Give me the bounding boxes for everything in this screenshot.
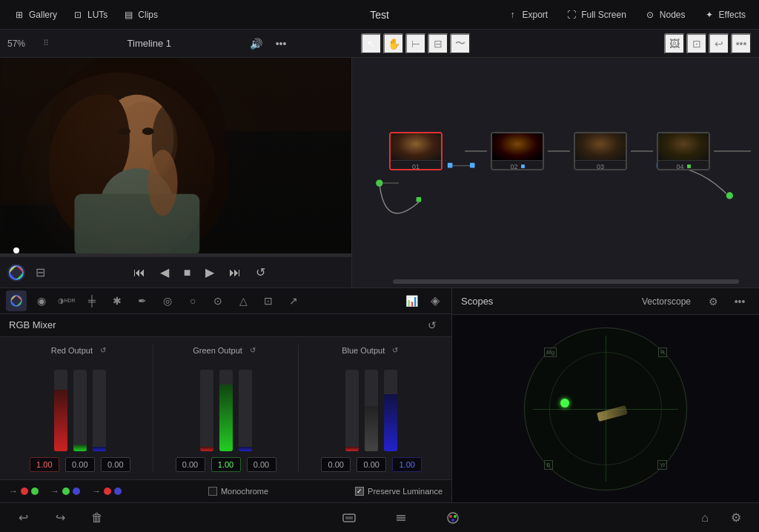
select-tool-button[interactable]: ↖ — [361, 33, 382, 54]
red-r-slider[interactable] — [54, 370, 67, 451]
blue-b-value[interactable]: 1.00 — [392, 457, 422, 472]
red-b-slider[interactable] — [93, 370, 106, 451]
vectorscope-corner-tl: Mg — [544, 348, 557, 357]
node-2[interactable]: 02 — [491, 132, 544, 170]
circles-tool-button[interactable]: ◉ — [31, 290, 52, 311]
settings-button[interactable]: ⚙ — [725, 507, 747, 529]
export-button[interactable]: ↑ Export — [500, 6, 554, 24]
circle-tool-button[interactable]: ○ — [182, 290, 203, 311]
eyedropper-tool-button[interactable]: ✒ — [132, 290, 153, 311]
green-reset-button[interactable]: ↺ — [247, 345, 259, 356]
color-dots-rb: → — [92, 486, 122, 496]
effects-button[interactable]: ✦ Effects — [697, 6, 752, 24]
play-button[interactable]: ▶ — [201, 262, 219, 282]
blue-g-slider[interactable] — [365, 370, 378, 451]
green-b-slider[interactable] — [239, 370, 252, 451]
triangle-tool-button[interactable]: △ — [233, 290, 253, 311]
nodes-button[interactable]: ⊙ Nodes — [638, 6, 692, 24]
green-r-slider[interactable] — [200, 370, 213, 451]
green-g-value[interactable]: 1.00 — [211, 457, 241, 472]
preserve-luminance-checkbox[interactable]: ✓ Preserve Luminance — [355, 487, 443, 496]
node-1-label: 01 — [391, 160, 441, 170]
hand-tool-button[interactable]: ✋ — [383, 33, 404, 54]
skip-to-start-button[interactable]: ⏮ — [129, 263, 150, 282]
photo-button[interactable]: 🖼 — [664, 33, 685, 54]
color-dots-gr: → — [50, 486, 80, 496]
green-output-title: Green Output ↺ — [193, 345, 259, 356]
scope-fill-button[interactable]: ◈ — [425, 290, 445, 311]
color-wheel-button[interactable] — [7, 264, 25, 282]
layers-button[interactable]: ⊟ — [30, 262, 50, 283]
tool-group-select: ↖ ✋ ⊢ ⊟ 〜 — [361, 33, 471, 54]
scopes-panel: Scopes Vectorscope ⚙ ••• Mg R B Yl — [452, 288, 759, 502]
blue-b-slider[interactable] — [384, 370, 397, 451]
undo-button[interactable]: ↩ — [12, 507, 34, 529]
star-tool-button[interactable]: ✱ — [107, 290, 127, 311]
gallery-button[interactable]: ⊞ Gallery — [7, 6, 63, 24]
green-r-value[interactable]: 0.00 — [176, 457, 205, 472]
node-3-wrapper: 03 — [574, 132, 627, 170]
redo-button[interactable]: ↪ — [49, 507, 71, 529]
edit-button[interactable] — [390, 507, 412, 529]
svg-point-40 — [454, 515, 457, 518]
node-4[interactable]: 04 — [657, 132, 710, 170]
compare-button[interactable]: ⊡ — [686, 33, 707, 54]
nodes-scrollbar[interactable] — [393, 279, 739, 284]
delete-button[interactable]: 🗑 — [86, 507, 108, 529]
audio-button[interactable]: 🔊 — [246, 36, 266, 52]
scopes-type: Vectorscope — [642, 296, 691, 307]
fullscreen-button[interactable]: ⛶ Full Screen — [560, 6, 632, 24]
blue-g-value[interactable]: 0.00 — [357, 457, 386, 472]
square-tool-button[interactable]: ⊡ — [258, 290, 279, 311]
more-right-button[interactable]: ••• — [731, 33, 752, 54]
blue-sliders — [345, 362, 397, 451]
home-button[interactable]: ⌂ — [694, 507, 716, 529]
blue-r-value[interactable]: 0.00 — [321, 457, 351, 472]
red-reset-button[interactable]: ↺ — [97, 345, 109, 356]
stop-button[interactable]: ■ — [179, 263, 196, 282]
monochrome-checkbox-box[interactable] — [208, 487, 217, 496]
blue-reset-button[interactable]: ↺ — [389, 345, 401, 356]
green-g-slider[interactable] — [219, 370, 233, 451]
green-b-value[interactable]: 0.00 — [247, 457, 276, 472]
wave-tool-button[interactable]: 〜 — [450, 33, 471, 54]
red-r-value[interactable]: 1.00 — [30, 457, 59, 472]
luts-icon: ⊡ — [72, 9, 84, 21]
red-g-slider[interactable] — [73, 370, 87, 451]
node-3[interactable]: 03 — [574, 132, 627, 170]
red-output-title: Red Output ↺ — [51, 345, 109, 356]
playhead-bar[interactable] — [0, 253, 351, 256]
hdr-tool-button[interactable]: ◑HDR — [56, 290, 77, 311]
color-button[interactable] — [442, 507, 464, 529]
clips-button[interactable]: ▤ Clips — [116, 6, 164, 24]
view-grid-button[interactable]: ⠿ — [39, 36, 53, 50]
preserve-lum-checkbox-box[interactable]: ✓ — [355, 487, 364, 496]
scopes-settings-button[interactable]: ⚙ — [703, 291, 723, 312]
layer-tool-button[interactable]: ⊟ — [428, 33, 448, 54]
lines-tool-button[interactable]: ╪ — [82, 290, 102, 311]
scopes-more-button[interactable]: ••• — [729, 291, 750, 312]
blue-output-title: Blue Output ↺ — [342, 345, 401, 356]
undo-icon-button[interactable]: ↩ — [709, 33, 729, 54]
target-tool-button[interactable]: ◎ — [157, 290, 178, 311]
more-options-button[interactable]: ••• — [272, 36, 291, 52]
monochrome-checkbox[interactable]: Monochrome — [208, 487, 268, 496]
luts-button[interactable]: ⊡ LUTs — [66, 6, 113, 24]
person-tool-button[interactable]: ⊙ — [208, 290, 228, 311]
red-g-value[interactable]: 0.00 — [65, 457, 95, 472]
trim-tool-button[interactable]: ⊢ — [405, 33, 426, 54]
divider-2 — [298, 345, 299, 472]
loop-button[interactable]: ↺ — [251, 262, 270, 282]
blue-r-slider[interactable] — [345, 370, 359, 451]
rgb-mixer-refresh-button[interactable]: ↺ — [422, 315, 443, 336]
skip-to-end-button[interactable]: ⏭ — [225, 263, 245, 282]
red-b-value[interactable]: 0.00 — [101, 457, 130, 472]
prev-frame-button[interactable]: ◀ — [156, 262, 173, 282]
node-1[interactable]: 01 — [389, 132, 443, 170]
scope-chart-button[interactable]: 📊 — [401, 290, 422, 311]
media-button[interactable] — [338, 507, 360, 529]
color-grading-tool-button[interactable] — [6, 290, 27, 311]
clips-icon: ▤ — [122, 9, 134, 21]
node-2-dot — [521, 164, 525, 168]
arrow-tool-button[interactable]: ↗ — [283, 290, 304, 311]
